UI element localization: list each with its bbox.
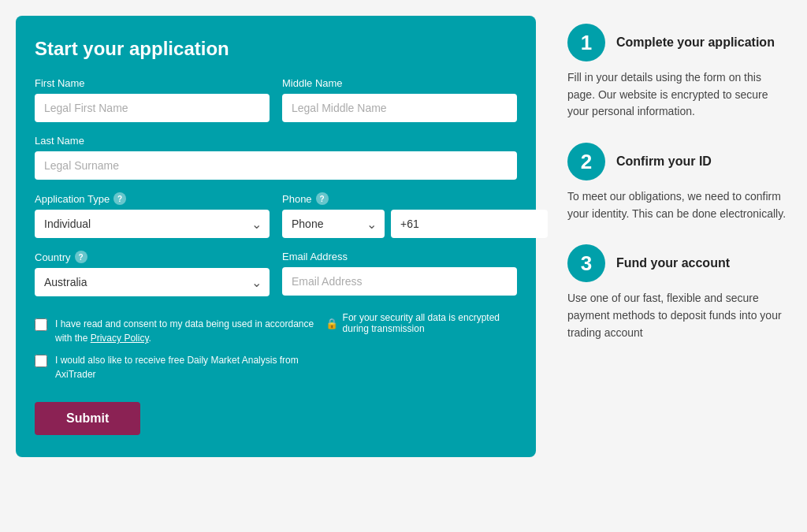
phone-group: Phone ? Phone Mobile Work ⌄	[282, 192, 517, 238]
country-group: Country ? Australia New Zealand United K…	[35, 251, 270, 296]
bottom-row: I have read and consent to my data being…	[35, 309, 517, 435]
marketing-checkbox-label: I would also like to receive free Daily …	[55, 353, 318, 381]
step-2: 2 Confirm your ID To meet our obligation…	[567, 143, 791, 222]
step-1-desc: Fill in your details using the form on t…	[567, 69, 791, 121]
step-3-desc: Use one of our fast, flexible and secure…	[567, 290, 791, 341]
form-panel: Start your application First Name Middle…	[16, 16, 536, 457]
privacy-policy-link[interactable]: Privacy Policy	[91, 333, 149, 344]
country-email-row: Country ? Australia New Zealand United K…	[35, 251, 517, 296]
phone-input-row: Phone Mobile Work ⌄	[282, 210, 517, 238]
first-name-label: First Name	[35, 77, 270, 89]
phone-type-select-wrapper: Phone Mobile Work ⌄	[282, 210, 385, 238]
step-1-title: Complete your application	[616, 35, 775, 50]
form-title: Start your application	[35, 38, 517, 60]
left-bottom: I have read and consent to my data being…	[35, 309, 318, 435]
step-1-circle: 1	[567, 24, 605, 61]
step-2-header: 2 Confirm your ID	[567, 143, 791, 180]
step-3-circle: 3	[567, 244, 605, 282]
phone-number-input[interactable]	[391, 210, 548, 238]
first-name-input[interactable]	[35, 94, 270, 122]
checkbox-section: I have read and consent to my data being…	[35, 317, 318, 381]
security-note-wrapper: 🔒 For your security all data is encrypte…	[318, 309, 517, 334]
last-name-group: Last Name	[35, 135, 517, 180]
country-help-icon[interactable]: ?	[75, 251, 87, 263]
step-3-header: 3 Fund your account	[567, 244, 791, 282]
privacy-checkbox-label: I have read and consent to my data being…	[55, 317, 318, 345]
name-row: First Name Middle Name	[35, 77, 517, 122]
phone-help-icon[interactable]: ?	[316, 192, 329, 205]
submit-button[interactable]: Submit	[35, 402, 140, 435]
application-type-label: Application Type ?	[35, 192, 270, 205]
application-type-help-icon[interactable]: ?	[113, 192, 126, 205]
step-2-desc: To meet our obligations, we need to conf…	[567, 188, 791, 222]
privacy-checkbox[interactable]	[35, 318, 47, 331]
last-name-row: Last Name	[35, 135, 517, 180]
page-wrapper: Start your application First Name Middle…	[0, 0, 807, 532]
info-panel: 1 Complete your application Fill in your…	[560, 16, 791, 364]
application-type-group: Application Type ? Individual Joint Comp…	[35, 192, 270, 238]
marketing-checkbox-row: I would also like to receive free Daily …	[35, 353, 318, 381]
step-1-header: 1 Complete your application	[567, 24, 791, 61]
country-select[interactable]: Australia New Zealand United Kingdom Uni…	[35, 268, 270, 296]
marketing-checkbox[interactable]	[35, 355, 47, 367]
privacy-checkbox-row: I have read and consent to my data being…	[35, 317, 318, 345]
email-group: Email Address	[282, 251, 517, 296]
application-type-select[interactable]: Individual Joint Company Trust SMSF	[35, 210, 270, 238]
step-3-title: Fund your account	[616, 256, 730, 270]
email-label: Email Address	[282, 251, 517, 262]
step-3: 3 Fund your account Use one of our fast,…	[567, 244, 791, 341]
step-1: 1 Complete your application Fill in your…	[567, 24, 791, 121]
step-2-title: Confirm your ID	[616, 154, 712, 169]
country-select-wrapper: Australia New Zealand United Kingdom Uni…	[35, 268, 270, 296]
middle-name-input[interactable]	[282, 94, 517, 122]
middle-name-label: Middle Name	[282, 77, 517, 89]
middle-name-group: Middle Name	[282, 77, 517, 122]
step-2-circle: 2	[567, 143, 605, 180]
first-name-group: First Name	[35, 77, 270, 122]
application-type-select-wrapper: Individual Joint Company Trust SMSF ⌄	[35, 210, 270, 238]
security-note: 🔒 For your security all data is encrypte…	[325, 312, 517, 334]
type-phone-row: Application Type ? Individual Joint Comp…	[35, 192, 517, 238]
last-name-input[interactable]	[35, 151, 517, 180]
lock-icon: 🔒	[325, 318, 338, 329]
email-input[interactable]	[282, 267, 517, 296]
phone-label: Phone ?	[282, 192, 517, 205]
last-name-label: Last Name	[35, 135, 517, 147]
phone-type-select[interactable]: Phone Mobile Work	[282, 210, 385, 238]
country-label: Country ?	[35, 251, 270, 263]
